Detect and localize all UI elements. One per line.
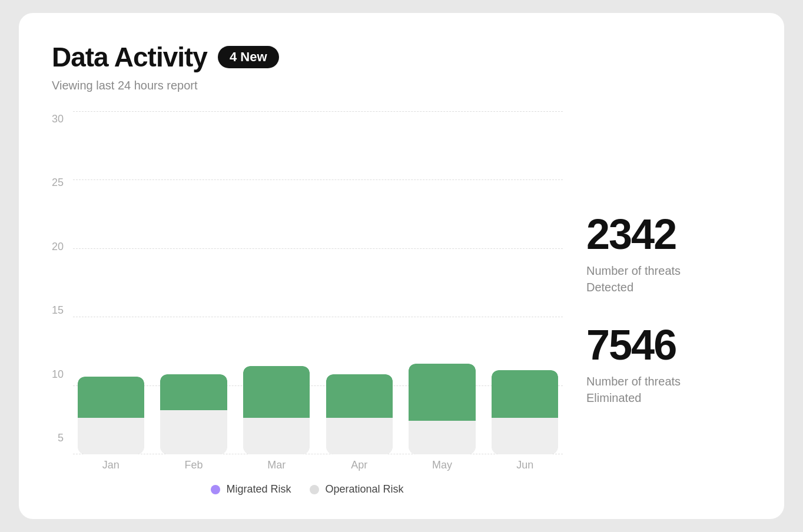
- bar-gray: [243, 418, 310, 454]
- bar-stack: [243, 366, 310, 454]
- x-axis-label: Mar: [238, 459, 314, 471]
- threats-detected-block: 2342 Number of threats Detected: [586, 213, 751, 295]
- migrated-label: Migrated Risk: [226, 483, 291, 496]
- page-title: Data Activity: [52, 41, 207, 73]
- threats-eliminated-number: 7546: [586, 324, 751, 366]
- bar-gray: [78, 418, 144, 454]
- y-axis-label: 10: [52, 369, 64, 380]
- subtitle-text: Viewing last 24 hours report: [52, 79, 751, 92]
- y-axis-label: 25: [52, 177, 64, 188]
- bar-group: [404, 111, 480, 454]
- bar-group: [156, 111, 232, 454]
- threats-detected-number: 2342: [586, 213, 751, 255]
- y-axis-label: 5: [58, 433, 64, 443]
- bar-gray: [409, 421, 475, 454]
- x-labels: JanFebMarAprMayJun: [73, 459, 563, 471]
- y-axis-label: 30: [52, 114, 64, 124]
- y-axis-label: 15: [52, 305, 64, 315]
- chart-wrapper: 30252015105 JanFebMarAprMayJun: [52, 111, 563, 471]
- bar-stack: [326, 374, 393, 454]
- x-axis-label: May: [404, 459, 480, 471]
- operational-label: Operational Risk: [325, 483, 403, 496]
- x-axis-label: Jun: [487, 459, 563, 471]
- threats-eliminated-label: Number of threats Eliminated: [586, 373, 751, 406]
- new-badge: 4 New: [218, 46, 279, 68]
- bar-stack: [160, 374, 227, 454]
- bar-stack: [409, 364, 475, 454]
- main-content: 30252015105 JanFebMarAprMayJun: [52, 111, 751, 496]
- bar-green: [326, 374, 393, 418]
- bar-group: [487, 111, 563, 454]
- threats-eliminated-block: 7546 Number of threats Eliminated: [586, 324, 751, 406]
- card-header: Data Activity 4 New: [52, 41, 751, 73]
- bar-green: [160, 374, 227, 411]
- migrated-dot: [211, 485, 220, 494]
- y-axis-label: 20: [52, 241, 64, 252]
- bar-group: [73, 111, 149, 454]
- bar-green: [243, 366, 310, 418]
- legend-operational: Operational Risk: [310, 483, 403, 496]
- legend-migrated: Migrated Risk: [211, 483, 291, 496]
- bar-group: [321, 111, 397, 454]
- threats-detected-label: Number of threats Detected: [586, 262, 751, 295]
- bar-green: [492, 370, 558, 418]
- bar-green: [78, 377, 144, 418]
- bar-green: [409, 364, 475, 421]
- bars-container: [73, 111, 563, 454]
- bar-stack: [78, 377, 144, 454]
- x-axis-label: Apr: [321, 459, 397, 471]
- bar-group: [238, 111, 314, 454]
- bar-gray: [326, 418, 393, 454]
- bar-gray: [160, 410, 227, 454]
- bar-gray: [492, 418, 558, 454]
- y-axis: 30252015105: [52, 111, 73, 471]
- chart-area: 30252015105 JanFebMarAprMayJun: [52, 111, 563, 496]
- x-axis-label: Feb: [156, 459, 232, 471]
- operational-dot: [310, 485, 319, 494]
- chart-legend: Migrated Risk Operational Risk: [52, 483, 563, 496]
- chart-inner: JanFebMarAprMayJun: [73, 111, 563, 471]
- data-activity-card: Data Activity 4 New Viewing last 24 hour…: [19, 13, 784, 519]
- x-axis-label: Jan: [73, 459, 149, 471]
- stats-area: 2342 Number of threats Detected 7546 Num…: [586, 111, 751, 496]
- bar-stack: [492, 370, 558, 454]
